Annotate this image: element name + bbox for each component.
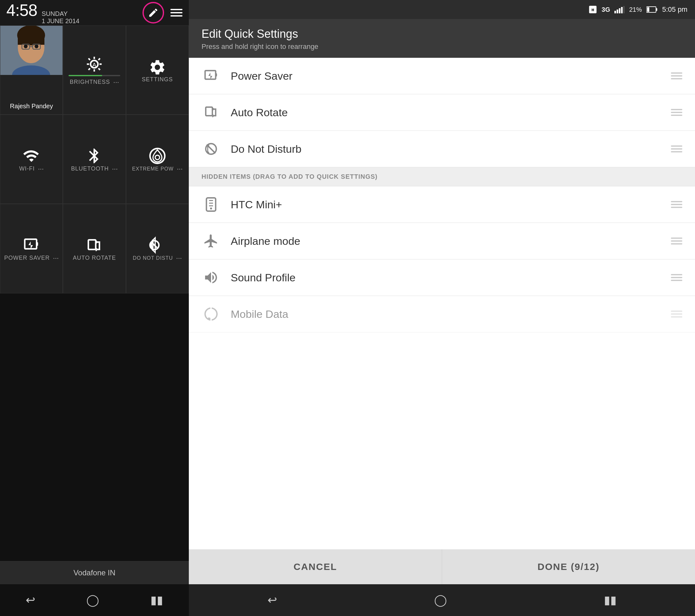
- avatar-image: [0, 26, 62, 75]
- top-icons: [142, 2, 183, 23]
- time-block: 4:58 SUNDAY 1 JUNE 2014: [6, 1, 79, 25]
- power-saver-tile-icon: [22, 236, 40, 254]
- network-type: 3G: [602, 6, 610, 13]
- sound-list-icon: [202, 270, 221, 285]
- auto-rotate-drag-handle[interactable]: [671, 109, 682, 116]
- wifi-tile[interactable]: WI-FI ···: [0, 115, 63, 204]
- auto-rotate-item[interactable]: Auto Rotate: [189, 94, 695, 131]
- drag-line: [671, 201, 682, 202]
- power-saver-label: POWER SAVER: [4, 255, 50, 261]
- right-subtitle: Press and hold right icon to rearrange: [202, 43, 682, 51]
- power-saver-item[interactable]: Power Saver: [189, 58, 695, 94]
- mobile-data-drag-handle[interactable]: [671, 311, 682, 318]
- brightness-label: BRIGHTNESS: [70, 79, 110, 85]
- svg-rect-24: [88, 240, 96, 250]
- do-not-disturb-tile[interactable]: DO NOT DISTU ···: [126, 204, 189, 293]
- right-nav-bar: ↩ ◯ ▮▮: [189, 584, 695, 616]
- drag-line: [671, 109, 682, 110]
- htc-mini-list-label: HTC Mini+: [231, 198, 664, 211]
- right-header: Edit Quick Settings Press and hold right…: [189, 19, 695, 58]
- menu-line-1: [170, 9, 183, 10]
- extreme-power-label-row: EXTREME POW ···: [132, 165, 183, 173]
- user-avatar: [0, 26, 63, 75]
- bluetooth-icon: [85, 147, 103, 165]
- drag-line: [671, 112, 682, 113]
- bluetooth-tile[interactable]: BLUETOOTH ···: [63, 115, 126, 204]
- drag-line: [671, 75, 682, 77]
- drag-line: [671, 151, 682, 152]
- mobile-data-list-icon: [202, 306, 221, 322]
- left-nav-bar: ↩ ◯ ▮▮: [0, 584, 189, 616]
- svg-text:A: A: [92, 62, 97, 68]
- svg-rect-3: [18, 35, 45, 45]
- cancel-button[interactable]: CANCEL: [189, 549, 442, 584]
- do-not-disturb-label-row: DO NOT DISTU ···: [133, 254, 182, 262]
- right-recents-button[interactable]: ▮▮: [604, 594, 616, 607]
- mobile-data-item[interactable]: Mobile Data: [189, 296, 695, 332]
- clock-time: 4:58: [6, 1, 37, 20]
- right-time: 5:05 pm: [662, 5, 688, 14]
- right-home-button[interactable]: ◯: [434, 594, 447, 607]
- menu-line-3: [170, 15, 183, 17]
- auto-rotate-list-icon: [202, 104, 221, 120]
- airplane-drag-handle[interactable]: [671, 237, 682, 245]
- svg-rect-23: [36, 242, 38, 246]
- back-button[interactable]: ↩: [26, 594, 35, 607]
- drag-line: [671, 115, 682, 116]
- hidden-section-header: HIDDEN ITEMS (DRAG TO ADD TO QUICK SETTI…: [189, 167, 695, 186]
- edit-quick-settings-button[interactable]: [142, 2, 164, 23]
- drag-line: [671, 274, 682, 275]
- drag-line: [671, 146, 682, 147]
- power-saver-list-label: Power Saver: [231, 70, 664, 82]
- power-saver-label-row: POWER SAVER ···: [4, 254, 59, 262]
- settings-tile[interactable]: SETTINGS: [126, 26, 189, 115]
- home-button[interactable]: ◯: [86, 594, 99, 607]
- edit-pencil-icon: [148, 7, 159, 18]
- extreme-power-icon: [149, 147, 166, 165]
- do-not-disturb-icon: [203, 141, 219, 157]
- done-button[interactable]: DONE (9/12): [442, 549, 695, 584]
- drag-line: [671, 237, 682, 239]
- power-saver-dots: ···: [53, 254, 59, 262]
- recents-button[interactable]: ▮▮: [150, 594, 163, 607]
- menu-button[interactable]: [170, 9, 183, 17]
- extreme-power-tile[interactable]: EXTREME POW ···: [126, 115, 189, 204]
- sound-drag-handle[interactable]: [671, 274, 682, 281]
- drag-line: [671, 207, 682, 208]
- svg-rect-29: [619, 8, 621, 13]
- do-not-disturb-dots: ···: [176, 254, 182, 262]
- auto-rotate-tile[interactable]: AUTO ROTATE: [63, 204, 126, 293]
- htc-mini-item[interactable]: HTC Mini+: [189, 186, 695, 223]
- mobile-data-list-label: Mobile Data: [231, 308, 664, 320]
- svg-rect-34: [656, 8, 657, 11]
- left-panel: 4:58 SUNDAY 1 JUNE 2014: [0, 0, 189, 616]
- battery-percent: 21%: [629, 6, 642, 13]
- brightness-tile[interactable]: A BRIGHTNESS ···: [63, 26, 126, 115]
- auto-rotate-label-row: AUTO ROTATE: [73, 255, 116, 261]
- svg-rect-27: [614, 11, 616, 13]
- airplane-mode-item[interactable]: Airplane mode: [189, 223, 695, 260]
- auto-rotate-list-label: Auto Rotate: [231, 106, 664, 119]
- wifi-icon: [22, 147, 40, 165]
- user-name: Rajesh Pandey: [10, 103, 53, 110]
- htc-mini-drag-handle[interactable]: [671, 201, 682, 208]
- sound-profile-item[interactable]: Sound Profile: [189, 260, 695, 296]
- airplane-list-icon: [202, 233, 221, 249]
- day-name: SUNDAY: [41, 10, 79, 17]
- svg-rect-31: [623, 6, 625, 13]
- settings-icon: [149, 59, 166, 76]
- power-saver-drag-handle[interactable]: [671, 72, 682, 79]
- carrier-bar: Vodafone IN: [0, 561, 189, 584]
- brightness-dots: ···: [113, 78, 119, 86]
- power-saver-tile[interactable]: POWER SAVER ···: [0, 204, 63, 293]
- nfc-icon: [588, 5, 597, 14]
- power-saver-icon: [203, 68, 219, 84]
- battery-icon: [646, 6, 658, 13]
- do-not-disturb-drag-handle[interactable]: [671, 146, 682, 152]
- user-tile[interactable]: Rajesh Pandey: [0, 26, 63, 115]
- drag-line: [671, 316, 682, 318]
- wifi-dots: ···: [38, 165, 44, 173]
- do-not-disturb-label: DO NOT DISTU: [133, 255, 173, 261]
- right-back-button[interactable]: ↩: [268, 594, 277, 607]
- do-not-disturb-item[interactable]: Do Not Disturb: [189, 131, 695, 167]
